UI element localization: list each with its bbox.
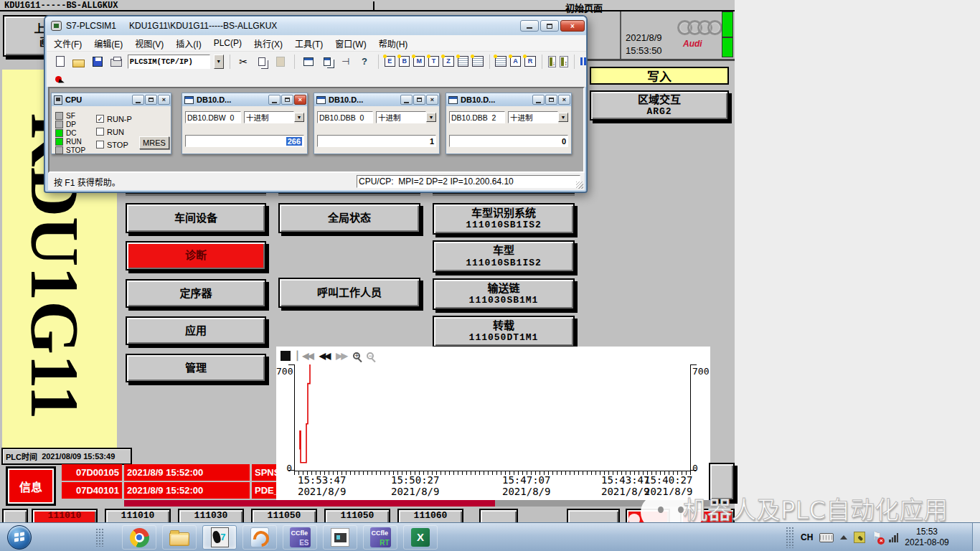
pause-icon[interactable] — [580, 57, 586, 65]
insert-vertical-bits-icon[interactable] — [472, 56, 483, 67]
record-playback-icon[interactable] — [55, 76, 62, 83]
taskbar-chrome-icon[interactable] — [122, 525, 156, 550]
db1-format-dropdown-icon[interactable]: ▼ — [294, 113, 304, 122]
open-icon[interactable] — [71, 54, 86, 70]
clock[interactable]: 15:53 2021-08-09 — [905, 527, 948, 548]
insert-timer-icon[interactable]: T — [428, 56, 439, 67]
db-window-1[interactable]: DB10.D... DB10.DBW 0 十进制 ▼ 266 — [182, 93, 308, 154]
db1-value-field[interactable]: 266 — [185, 135, 304, 147]
nav-sequencer[interactable]: 定序器 — [126, 279, 266, 308]
taskbar-explorer-icon[interactable] — [162, 525, 197, 550]
nav-conveyor-chain[interactable]: 输送链111030SB1M1 — [433, 278, 575, 310]
db1-format-select[interactable]: 十进制 — [244, 111, 294, 123]
db2-restore-button[interactable] — [413, 95, 425, 105]
nav-diagnosis[interactable]: 诊断 — [126, 241, 266, 270]
trend-rewind-icon[interactable]: ◀◀ — [319, 351, 329, 361]
nav-transfer[interactable]: 转载111050DT1M1 — [433, 316, 575, 347]
db-window-2[interactable]: DB10.D... DB10.DBB 0 十进制 ▼ 1 — [314, 93, 440, 154]
alarm-row-1-id[interactable]: 07D00105 — [62, 464, 122, 481]
cascade-windows-icon[interactable] — [301, 54, 316, 70]
connection-dropdown-icon[interactable]: ▼ — [214, 55, 224, 69]
db1-address-field[interactable]: DB10.DBW 0 — [185, 111, 241, 123]
copy-icon[interactable] — [255, 54, 270, 70]
nav-vehicle-id-system[interactable]: 车型识别系统111010SB1IS2 — [433, 203, 575, 235]
write-button[interactable]: 写入 — [590, 67, 729, 85]
taskbar-ccflex-rt-icon[interactable]: CCfleRT — [363, 525, 397, 550]
action-center-icon[interactable]: × — [872, 532, 882, 544]
insert-counter-icon[interactable]: Z — [443, 56, 453, 67]
nav-vehicle-type[interactable]: 车型111010SB1IS2 — [433, 240, 575, 273]
nav-call-staff[interactable]: 呼叫工作人员 — [278, 278, 420, 308]
insert-stack-icon[interactable] — [495, 56, 506, 67]
db2-format-select[interactable]: 十进制 — [376, 111, 426, 123]
scan-continuous-icon[interactable] — [560, 56, 568, 67]
cpu-close-button[interactable] — [158, 95, 170, 105]
menu-edit[interactable]: 编辑(E) — [94, 37, 123, 50]
tray-app-icon[interactable] — [854, 532, 865, 543]
network-icon[interactable] — [889, 532, 898, 542]
db1-restore-button[interactable] — [281, 95, 293, 105]
resize-grip[interactable] — [576, 182, 583, 189]
cpu-window[interactable]: CPU SF DP DC RUN STOP RUN-P RUN STOP MRE… — [51, 93, 171, 154]
db2-minimize-button[interactable] — [400, 95, 413, 105]
db3-restore-button[interactable] — [545, 95, 557, 105]
alarm-row-1-time[interactable]: 2021/8/9 15:52:00 — [124, 464, 250, 481]
db3-value-field[interactable]: 0 — [449, 135, 568, 147]
insert-accumulator-icon[interactable]: A — [510, 56, 521, 67]
menu-file[interactable]: 文件(F) — [54, 37, 82, 50]
cpu-checkbox-runp[interactable]: RUN-P — [96, 112, 132, 125]
db3-address-field[interactable]: DB10.DBB 2 — [449, 111, 505, 123]
menu-plc[interactable]: PLC(P) — [214, 38, 242, 48]
connection-mode-combobox[interactable]: PLCSIM(TCP/IP) — [128, 55, 210, 69]
alarm-row-2-time[interactable]: 2021/8/9 15:52:00 — [124, 482, 250, 499]
area-interaction-button[interactable]: 区域交互 ARG2 — [590, 90, 729, 121]
db1-minimize-button[interactable] — [268, 95, 281, 105]
taskbar-ccflex-es-icon[interactable]: CCfleES — [283, 525, 317, 550]
trend-zoom-in-icon[interactable] — [353, 352, 360, 359]
info-button[interactable]: 信息 — [6, 466, 56, 506]
cpu-restore-button[interactable] — [145, 95, 157, 105]
insert-output-icon[interactable]: B — [399, 56, 410, 67]
alarm-row-2-id[interactable]: 07D40101 — [62, 482, 122, 499]
cut-icon[interactable] — [235, 54, 250, 70]
maximize-button[interactable] — [540, 20, 559, 32]
nav-global-status[interactable]: 全局状态 — [278, 203, 420, 233]
nav-application[interactable]: 应用 — [126, 316, 266, 345]
paste-icon[interactable] — [273, 54, 288, 70]
menu-help[interactable]: 帮助(H) — [379, 37, 408, 50]
db3-close-button[interactable] — [558, 95, 570, 105]
scan-single-icon[interactable] — [548, 56, 557, 67]
menu-tools[interactable]: 工具(T) — [295, 37, 323, 50]
db1-close-button[interactable] — [294, 95, 306, 105]
show-desktop-button[interactable] — [972, 523, 980, 551]
print-icon[interactable] — [109, 54, 124, 70]
nav-workshop-equipment[interactable]: 车间设备 — [126, 203, 266, 233]
cpu-checkbox-run[interactable]: RUN — [96, 125, 124, 138]
menu-window[interactable]: 窗口(W) — [335, 37, 366, 50]
insert-generic-icon[interactable] — [458, 56, 468, 67]
trend-skip-start-icon[interactable]: ▏◀◀ — [297, 351, 313, 361]
insert-input-icon[interactable]: E — [385, 56, 395, 67]
cpu-minimize-button[interactable] — [132, 95, 144, 105]
tile-windows-icon[interactable] — [319, 54, 334, 70]
db2-close-button[interactable] — [426, 95, 438, 105]
db3-format-dropdown-icon[interactable]: ▼ — [558, 113, 568, 122]
insert-register-icon[interactable]: R — [524, 56, 535, 67]
menu-insert[interactable]: 插入(I) — [176, 37, 201, 50]
new-icon[interactable] — [52, 54, 67, 70]
save-icon[interactable] — [90, 54, 105, 70]
menu-execute[interactable]: 执行(X) — [254, 37, 283, 50]
db2-value-field[interactable]: 1 — [317, 135, 436, 147]
trend-zoom-out-icon[interactable] — [367, 352, 374, 359]
minimize-button[interactable] — [520, 20, 539, 32]
mres-button[interactable]: MRES — [139, 136, 169, 149]
keyboard-icon[interactable] — [819, 533, 834, 542]
db2-address-field[interactable]: DB10.DBB 0 — [317, 111, 373, 123]
taskbar-s7-plcsim-icon[interactable]: 7 — [202, 525, 237, 550]
plcsim-title-bar[interactable]: S7-PLCSIM1 KDU1G11\KDU1G11-----BS-ALLGKU… — [45, 17, 586, 35]
help-icon[interactable] — [357, 54, 372, 70]
cpu-checkbox-stop[interactable]: STOP — [96, 138, 128, 151]
language-indicator[interactable]: CH — [801, 532, 813, 542]
taskbar-excel-icon[interactable]: X — [403, 525, 438, 550]
db3-minimize-button[interactable] — [532, 95, 545, 105]
